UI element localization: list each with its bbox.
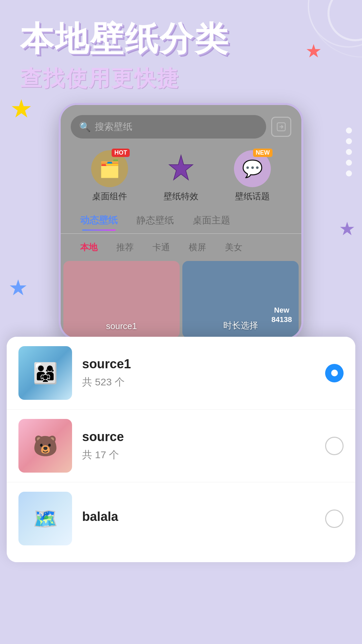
new-badge: NEW bbox=[253, 149, 273, 157]
wallpaper-label-1: source1 bbox=[106, 321, 137, 331]
sheet-count-source1: 共 523 个 bbox=[82, 375, 315, 389]
sheet-info-source1: source1 共 523 个 bbox=[82, 357, 315, 389]
category-fx-label: 壁纸特效 bbox=[164, 191, 198, 202]
tab-static[interactable]: 静态壁纸 bbox=[127, 211, 183, 230]
subtab-beauty[interactable]: 美女 bbox=[216, 239, 252, 256]
sheet-item-source[interactable]: 🐻 source 共 17 个 bbox=[7, 410, 355, 482]
star-purple-icon: ★ bbox=[339, 218, 355, 239]
sheet-radio-balala[interactable] bbox=[325, 509, 344, 528]
subtab-landscape[interactable]: 横屏 bbox=[179, 239, 216, 256]
tab-theme[interactable]: 桌面主题 bbox=[183, 211, 240, 230]
sheet-radio-source1[interactable] bbox=[325, 364, 344, 382]
wallpaper-label-2: 时长选择 bbox=[223, 320, 258, 331]
wallpaper-card-2[interactable]: 时长选择 New84138 bbox=[182, 261, 299, 338]
hero-title: 本地壁纸分类 bbox=[20, 20, 342, 57]
decorative-dots bbox=[346, 127, 352, 176]
search-bar-row: 🔍 搜索壁纸 bbox=[61, 105, 301, 145]
sheet-radio-source[interactable] bbox=[325, 437, 344, 455]
phone-mockup-wrapper: 🔍 搜索壁纸 🗂️ HOT 桌面组 bbox=[30, 103, 332, 340]
category-desktop-label: 桌面组件 bbox=[92, 191, 127, 202]
radio-inner bbox=[331, 370, 338, 376]
search-placeholder: 搜索壁纸 bbox=[95, 120, 132, 133]
sheet-count-source: 共 17 个 bbox=[82, 448, 315, 462]
thumb-image-3: 🗺️ bbox=[18, 492, 72, 545]
category-topic-label: 壁纸话题 bbox=[235, 191, 270, 202]
hot-badge: HOT bbox=[112, 149, 130, 157]
hero-section: 本地壁纸分类 查找使用更快捷 bbox=[0, 0, 362, 93]
tab-row: 动态壁纸 静态壁纸 桌面主题 bbox=[61, 207, 301, 234]
category-row: 🗂️ HOT 桌面组件 壁纸特效 bbox=[61, 145, 301, 207]
category-fx[interactable]: 壁纸特效 bbox=[163, 150, 199, 202]
star-yellow-icon: ★ bbox=[10, 94, 33, 123]
category-topic[interactable]: 💬 NEW 壁纸话题 bbox=[234, 150, 271, 202]
sheet-item-source1[interactable]: 👨‍👩‍👧 source1 共 523 个 bbox=[7, 337, 355, 410]
tab-dynamic[interactable]: 动态壁纸 bbox=[71, 211, 127, 230]
bottom-sheet-area: 👨‍👩‍👧 source1 共 523 个 🐻 source 共 17 个 bbox=[0, 337, 362, 562]
share-icon[interactable] bbox=[271, 117, 291, 137]
subtab-local[interactable]: 本地 bbox=[71, 239, 107, 256]
sheet-title-source1: source1 bbox=[82, 357, 315, 371]
thumb-image-2: 🐻 bbox=[18, 419, 72, 473]
wallpaper-grid: source1 时长选择 New84138 bbox=[61, 261, 301, 338]
sheet-title-source: source bbox=[82, 430, 315, 444]
subtab-cartoon[interactable]: 卡通 bbox=[143, 239, 179, 256]
sheet-info-balala: balala bbox=[82, 509, 315, 528]
phone-mockup: 🔍 搜索壁纸 🗂️ HOT 桌面组 bbox=[59, 103, 303, 340]
sheet-thumb-source1: 👨‍👩‍👧 bbox=[18, 346, 72, 400]
sheet-thumb-source: 🐻 bbox=[18, 419, 72, 473]
subtab-row: 本地 推荐 卡通 横屏 美女 bbox=[61, 234, 301, 261]
search-bar[interactable]: 🔍 搜索壁纸 bbox=[71, 115, 266, 139]
bottom-sheet: 👨‍👩‍👧 source1 共 523 个 🐻 source 共 17 个 bbox=[7, 337, 355, 562]
sheet-item-balala[interactable]: 🗺️ balala bbox=[7, 482, 355, 562]
sheet-title-balala: balala bbox=[82, 509, 315, 524]
search-icon: 🔍 bbox=[79, 121, 91, 132]
thumb-image-1: 👨‍👩‍👧 bbox=[18, 346, 72, 400]
sheet-info-source: source 共 17 个 bbox=[82, 430, 315, 462]
star-blue-icon: ★ bbox=[8, 275, 28, 300]
category-desktop[interactable]: 🗂️ HOT 桌面组件 bbox=[91, 150, 128, 202]
sheet-thumb-balala: 🗺️ bbox=[18, 492, 72, 545]
phone-content: 🔍 搜索壁纸 🗂️ HOT 桌面组 bbox=[61, 105, 301, 338]
new-overlay-text: New84138 bbox=[272, 306, 292, 325]
subtab-recommend[interactable]: 推荐 bbox=[107, 239, 143, 256]
wallpaper-card-1[interactable]: source1 bbox=[63, 261, 180, 338]
hero-subtitle: 查找使用更快捷 bbox=[20, 64, 342, 93]
